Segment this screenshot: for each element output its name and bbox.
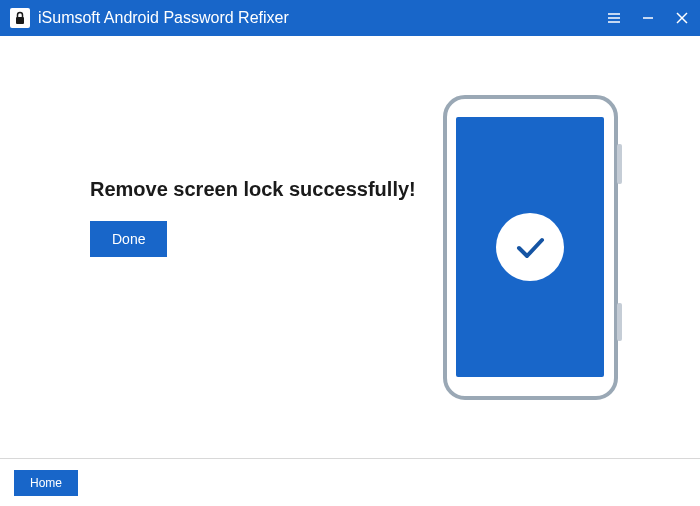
menu-button[interactable] [606,10,622,26]
phone-screen [456,117,604,377]
app-logo [10,8,30,28]
minimize-icon [642,12,654,24]
svg-rect-0 [16,17,24,24]
footer: Home [0,458,700,506]
phone-side-button-top [617,144,622,184]
titlebar: iSumsoft Android Password Refixer [0,0,700,36]
app-title: iSumsoft Android Password Refixer [38,9,606,27]
phone-outline [443,95,618,400]
minimize-button[interactable] [640,10,656,26]
window-controls [606,10,690,26]
checkmark-icon [510,227,550,267]
lock-icon [14,11,26,25]
phone-side-button-bottom [617,303,622,341]
check-circle [496,213,564,281]
done-button[interactable]: Done [90,221,167,257]
close-button[interactable] [674,10,690,26]
main-content: Remove screen lock successfully! Done [0,36,700,458]
left-panel: Remove screen lock successfully! Done [40,178,420,317]
home-button[interactable]: Home [14,470,78,496]
hamburger-icon [607,12,621,24]
close-icon [676,12,688,24]
success-heading: Remove screen lock successfully! [90,178,420,201]
phone-illustration [420,87,640,407]
